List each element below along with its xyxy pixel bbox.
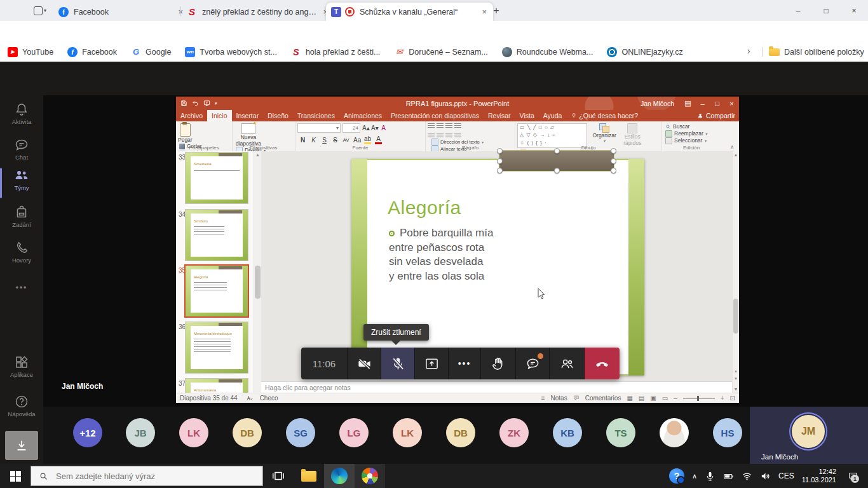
- participant-avatar[interactable]: ZK: [499, 418, 529, 447]
- taskbar-clock[interactable]: 12:42 11.03.2021: [802, 468, 836, 484]
- slide-scrollbar[interactable]: ▲ ▴ ▾ ▼: [732, 151, 739, 393]
- align-center-icon[interactable]: [437, 133, 444, 139]
- bookmarks-overflow-icon[interactable]: ›: [747, 46, 750, 56]
- bookmark-facebook[interactable]: fFacebook: [67, 47, 117, 57]
- slide-thumbnail-37[interactable]: Antonomasia: [186, 379, 248, 393]
- tray-wifi-icon[interactable]: [742, 471, 752, 482]
- bookmark-tvorba-webu[interactable]: wnTvorba webových st...: [185, 47, 277, 57]
- notes-pane[interactable]: Haga clic para agregar notas: [261, 381, 736, 393]
- replace-button[interactable]: Reemplazar▾: [665, 130, 707, 137]
- participant-avatar[interactable]: D­B: [233, 418, 262, 447]
- task-view-button[interactable]: [263, 464, 294, 488]
- bookmark-hola-preklad[interactable]: Shola překlad z češti...: [291, 47, 380, 57]
- other-favorites-folder[interactable]: Další oblíbené položky: [769, 48, 864, 57]
- tray-expand-icon[interactable]: ∧: [692, 472, 697, 480]
- overflow-participants-avatar[interactable]: +12: [73, 418, 102, 447]
- tab-teams-meeting[interactable]: T Schůzka v kanálu „General“ ×: [326, 3, 493, 21]
- tab-facebook[interactable]: f Facebook ×: [53, 3, 189, 21]
- more-actions-button[interactable]: •••: [449, 348, 481, 379]
- tab-archivo[interactable]: Archivo: [176, 110, 207, 121]
- align-left-icon[interactable]: [428, 133, 435, 139]
- action-center-button[interactable]: 1: [844, 467, 862, 485]
- participant-avatar[interactable]: DB: [446, 418, 475, 447]
- participant-avatar[interactable]: KB: [553, 418, 582, 447]
- sidebar-item-apps[interactable]: Aplikace: [0, 355, 43, 378]
- paste-button[interactable]: Pegar: [178, 123, 193, 143]
- sidebar-item-chat[interactable]: Chat: [0, 137, 43, 161]
- participants-button[interactable]: [550, 348, 585, 379]
- tell-me-box[interactable]: ¿Qué desea hacer?: [566, 110, 642, 121]
- help-tray-icon[interactable]: ?: [669, 468, 684, 484]
- next-slide-icon[interactable]: ▾: [733, 376, 739, 381]
- strikethrough-button[interactable]: S: [332, 137, 339, 144]
- edge-taskbar-button[interactable]: [324, 464, 355, 488]
- ppt-close-icon[interactable]: ×: [724, 100, 739, 107]
- ppt-share-button[interactable]: Compartir: [697, 110, 735, 121]
- quick-styles-button[interactable]: Estilos rápidos: [621, 123, 643, 146]
- shrink-font-icon[interactable]: A▾: [371, 125, 378, 132]
- bullets-icon[interactable]: [428, 123, 435, 129]
- clear-format-icon[interactable]: A: [380, 125, 387, 132]
- bookmark-onlinejazyky[interactable]: ONLINEjazyky.cz: [607, 47, 682, 57]
- indent-decrease-icon[interactable]: [445, 123, 452, 129]
- sidebar-item-activity[interactable]: Aktivita: [0, 102, 43, 125]
- new-slide-button[interactable]: Nueva diapositiva: [234, 123, 262, 147]
- italic-button[interactable]: K: [310, 137, 317, 144]
- notes-toggle[interactable]: Notas: [551, 395, 567, 402]
- font-size-box[interactable]: 24: [342, 123, 360, 133]
- tab-presentacion[interactable]: Presentación con diapositivas: [386, 110, 484, 121]
- keyboard-language-button[interactable]: CES: [778, 471, 794, 480]
- picasa-taskbar-button[interactable]: [355, 464, 385, 488]
- tray-volume-icon[interactable]: [760, 471, 771, 482]
- sidebar-item-help[interactable]: Nápověda: [0, 394, 43, 417]
- slide-thumbnail-35-selected[interactable]: Alegoría: [186, 266, 248, 316]
- file-explorer-button[interactable]: [294, 464, 324, 488]
- bookmark-youtube[interactable]: ▶YouTube: [8, 47, 53, 57]
- sidebar-item-assignments[interactable]: Zadání: [0, 205, 43, 228]
- tab-ayuda[interactable]: Ayuda: [539, 110, 567, 121]
- tab-close-icon[interactable]: ×: [480, 7, 488, 17]
- spell-check-icon[interactable]: [247, 395, 254, 402]
- participant-avatar[interactable]: LK: [179, 418, 208, 447]
- new-tab-button[interactable]: +: [489, 4, 503, 17]
- start-button[interactable]: [0, 464, 31, 488]
- participant-avatar[interactable]: LG: [339, 418, 369, 447]
- slide-sorter-icon[interactable]: ▤: [639, 395, 644, 402]
- character-spacing-icon[interactable]: AV: [342, 137, 349, 143]
- participant-avatar[interactable]: JB: [126, 418, 155, 447]
- justify-icon[interactable]: [454, 133, 461, 139]
- ppt-minimize-icon[interactable]: –: [695, 100, 710, 107]
- participant-avatar[interactable]: TS: [606, 418, 635, 447]
- rail-more-icon[interactable]: •••: [0, 283, 43, 292]
- participant-avatar[interactable]: LK: [393, 418, 422, 447]
- text-direction-button[interactable]: Dirección del texto▾: [431, 139, 487, 145]
- raise-hand-button[interactable]: [481, 348, 516, 379]
- bookmark-google[interactable]: GGoogle: [131, 47, 171, 57]
- grow-font-icon[interactable]: A▴: [362, 125, 369, 132]
- slide-thumbnail-36[interactable]: Metonimia/sinécdoque: [186, 322, 248, 373]
- participant-photo-avatar[interactable]: [660, 418, 689, 447]
- selected-title-placeholder[interactable]: [499, 151, 614, 171]
- slideshow-icon[interactable]: [203, 100, 210, 107]
- spotlight-tile[interactable]: JM Jan Mlčoch: [750, 407, 868, 464]
- zoom-in-icon[interactable]: +: [721, 395, 724, 402]
- taskbar-search-input[interactable]: [55, 471, 222, 482]
- normal-view-icon[interactable]: ▦: [627, 395, 632, 402]
- fit-slide-icon[interactable]: ⊡: [730, 395, 735, 402]
- arrange-button[interactable]: Organizar▾: [592, 123, 616, 143]
- language-label[interactable]: Checo: [260, 395, 278, 402]
- indent-increase-icon[interactable]: [454, 123, 461, 129]
- download-app-button[interactable]: [5, 431, 38, 460]
- highlight-icon[interactable]: ab: [364, 135, 371, 144]
- bold-button[interactable]: N: [299, 137, 306, 144]
- collapse-ribbon-icon[interactable]: ∧: [730, 144, 734, 150]
- tab-transiciones[interactable]: Transiciones: [293, 110, 339, 121]
- tab-animaciones[interactable]: Animaciones: [339, 110, 386, 121]
- slide-scroll-thumb[interactable]: [733, 299, 738, 334]
- slide-thumbnail-34[interactable]: Símbolo: [186, 210, 248, 261]
- find-button[interactable]: Buscar: [665, 123, 707, 130]
- font-color-icon[interactable]: A: [375, 135, 382, 144]
- bookmark-dorucene[interactable]: ✉Doručené – Seznam...: [394, 47, 487, 57]
- numbering-icon[interactable]: [437, 123, 444, 129]
- previous-slide-icon[interactable]: ▴: [733, 369, 739, 374]
